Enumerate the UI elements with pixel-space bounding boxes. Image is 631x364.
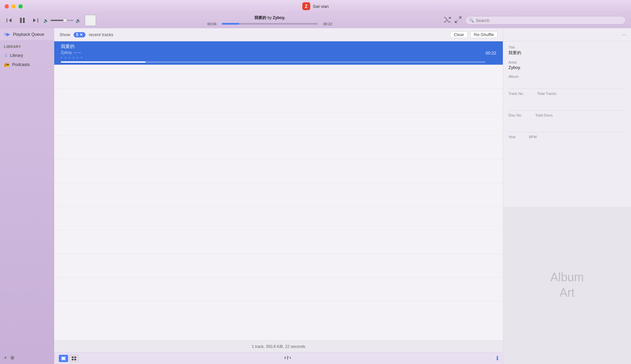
queue-statusbar: 1 track, 350.8 KiB, 22 seconds <box>54 340 503 352</box>
view-single-button[interactable] <box>59 355 68 362</box>
search-icon: 🔍 <box>469 18 474 23</box>
play-pause-button[interactable] <box>18 16 26 24</box>
queue-item-progress-fill <box>61 61 146 63</box>
disc-no-field: Disc No. <box>508 113 522 123</box>
search-input[interactable] <box>476 18 622 23</box>
artist-label: Artist <box>508 60 626 64</box>
forward-button[interactable] <box>32 16 39 24</box>
divider <box>508 89 626 89</box>
list-item <box>54 254 503 278</box>
equalizer-button[interactable] <box>284 355 291 362</box>
playback-queue-label: Playback Queue <box>13 32 44 37</box>
window-controls <box>5 4 23 9</box>
list-item <box>54 136 503 160</box>
track-no-value <box>508 96 524 101</box>
divider <box>508 132 626 132</box>
queue-header-actions: Clear Re-Shuffle <box>450 31 498 38</box>
library-section-label: LIBRARY <box>0 40 54 51</box>
queue-item-dots: • • • • • • <box>61 56 485 59</box>
app-icon: Z <box>302 2 310 10</box>
queue-list: 我要的 Zyboy. — -- • • • • • • 00:22 <box>54 41 503 340</box>
reshuffle-button[interactable]: Re-Shuffle <box>470 31 498 38</box>
artwork-thumbnail <box>85 15 96 26</box>
list-item <box>54 278 503 301</box>
bottom-bar: ℹ <box>54 352 503 364</box>
total-time: 00:22 <box>320 22 332 26</box>
status-text: 1 track, 350.8 KiB, 22 seconds <box>252 344 305 349</box>
sidebar-item-playback-queue[interactable]: ≡▶ Playback Queue <box>0 28 54 40</box>
show-label: Show <box>59 32 70 37</box>
track-info-center: 我要的 by Zyboy. 00:04 00:22 <box>100 15 440 26</box>
list-item <box>54 112 503 136</box>
progress-fill <box>222 23 239 25</box>
list-item <box>54 65 503 89</box>
bpm-label: BPM <box>529 135 537 139</box>
list-item <box>54 207 503 230</box>
shuffle-button[interactable] <box>444 17 451 24</box>
total-tracks-label: Total Tracks <box>537 92 556 96</box>
total-discs-label: Total Discs <box>535 113 553 117</box>
svg-rect-5 <box>74 356 76 358</box>
current-time: 00:04 <box>207 22 219 26</box>
queue-header: Show 5 ✕ recent tracks Clear Re-Shuffle <box>54 28 503 41</box>
info-panel-header: ··· <box>503 28 631 41</box>
queue-area: Show 5 ✕ recent tracks Clear Re-Shuffle … <box>54 28 503 364</box>
progress-row: 00:04 00:22 <box>207 22 332 26</box>
count-box: 5 ✕ <box>74 32 86 37</box>
minimize-button[interactable] <box>12 4 16 9</box>
svg-rect-6 <box>72 359 74 360</box>
bpm-field: BPM <box>529 135 537 144</box>
sidebar-item-podcasts[interactable]: 📻 Podcasts <box>0 60 54 69</box>
total-discs-field: Total Discs <box>535 113 553 123</box>
track-no-field: Track No. <box>508 92 524 101</box>
volume-slider[interactable] <box>51 20 74 21</box>
progress-bar[interactable] <box>222 23 318 25</box>
transport-bar: 🔈 🔊 我要的 by Zyboy. 00:04 00:22 <box>0 12 631 28</box>
bpm-value <box>529 139 537 144</box>
search-box[interactable]: 🔍 <box>465 16 626 25</box>
album-art-text: Album Art <box>550 270 584 301</box>
podcasts-label: Podcasts <box>12 62 30 67</box>
total-discs-value <box>535 118 553 123</box>
sidebar-item-library[interactable]: ♫ Library <box>0 51 54 60</box>
queue-item-artist: Zyboy. — -- <box>61 50 485 55</box>
count-value: 5 <box>76 32 79 37</box>
info-fields: Title 我要的 Artist Zyboy. Album Track No. … <box>503 41 631 207</box>
title-value: 我要的 <box>508 50 626 56</box>
clear-button[interactable]: Clear <box>450 31 468 38</box>
list-item <box>54 89 503 112</box>
track-no-label: Track No. <box>508 92 524 96</box>
right-controls: 🔍 <box>444 16 626 25</box>
app-title: Swi vian <box>313 4 329 9</box>
info-panel: ··· Title 我要的 Artist Zyboy. Album Track … <box>503 28 631 364</box>
list-item <box>54 230 503 254</box>
svg-rect-0 <box>20 18 22 23</box>
maximize-button[interactable] <box>18 4 23 9</box>
volume-knob <box>63 18 67 22</box>
options-button[interactable]: ⊕ <box>10 354 14 361</box>
more-options-button[interactable]: ··· <box>621 31 626 38</box>
info-button[interactable]: ℹ <box>496 355 498 361</box>
list-item <box>54 183 503 207</box>
artist-value: Zyboy. <box>508 65 626 70</box>
album-art-placeholder: Album Art <box>503 207 631 364</box>
disc-row: Disc No. Total Discs <box>508 113 626 127</box>
main-content: ≡▶ Playback Queue LIBRARY ♫ Library 📻 Po… <box>0 28 631 364</box>
view-grid-button[interactable] <box>69 355 79 362</box>
podcasts-icon: 📻 <box>4 62 10 67</box>
add-button[interactable]: + <box>4 355 7 361</box>
queue-item-progress <box>61 61 485 63</box>
back-button[interactable] <box>5 16 13 24</box>
sidebar: ≡▶ Playback Queue LIBRARY ♫ Library 📻 Po… <box>0 28 54 364</box>
close-button[interactable] <box>5 4 9 9</box>
queue-item-content: 我要的 Zyboy. — -- • • • • • • <box>61 44 485 63</box>
volume-max-icon: 🔊 <box>76 18 81 23</box>
expand-button[interactable] <box>455 16 461 24</box>
library-icon: ♫ <box>4 53 8 58</box>
album-label: Album <box>508 75 626 78</box>
library-label: Library <box>10 53 23 58</box>
track-disc-row: Track No. Total Tracks <box>508 92 626 106</box>
sidebar-footer: + ⊕ <box>0 351 54 364</box>
volume-min-icon: 🔈 <box>43 18 49 23</box>
queue-item-active[interactable]: 我要的 Zyboy. — -- • • • • • • 00:22 <box>54 41 503 65</box>
